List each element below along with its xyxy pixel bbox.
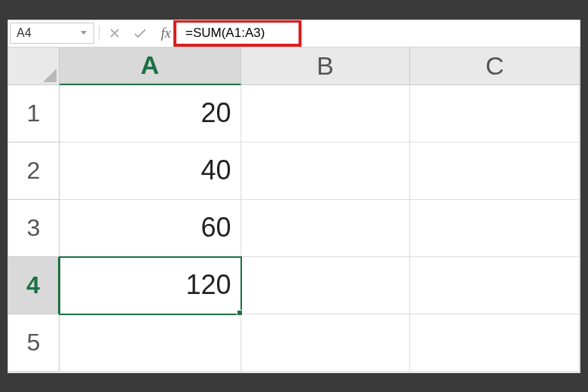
cell-B5[interactable]	[241, 314, 411, 372]
formula-input[interactable]	[181, 23, 578, 44]
cell-A3[interactable]: 60	[60, 200, 241, 257]
cell-C1[interactable]	[410, 85, 580, 142]
enter-button[interactable]	[130, 23, 151, 44]
cells-area: 20 40 60 120	[60, 85, 580, 372]
row-1: 20	[60, 85, 580, 142]
cell-B4[interactable]	[241, 257, 411, 314]
name-box[interactable]: A4	[10, 23, 94, 44]
cell-A2[interactable]: 40	[60, 142, 241, 200]
row-headers: 1 2 3 4 5	[8, 85, 60, 372]
row-4: 120	[60, 257, 580, 314]
cell-A1[interactable]: 20	[60, 85, 241, 142]
row-header-2[interactable]: 2	[8, 142, 60, 200]
row-2: 40	[60, 142, 580, 200]
cell-A5[interactable]	[60, 314, 241, 372]
row-header-5[interactable]: 5	[8, 314, 60, 372]
insert-function-button[interactable]: fx	[155, 23, 176, 44]
column-header-A[interactable]: A	[60, 47, 241, 85]
cell-C3[interactable]	[410, 200, 580, 257]
cell-B3[interactable]	[241, 200, 411, 257]
row-header-3[interactable]: 3	[8, 200, 60, 257]
cell-B2[interactable]	[241, 142, 411, 200]
cell-C5[interactable]	[410, 314, 580, 372]
fx-label: fx	[161, 26, 171, 41]
cell-C2[interactable]	[410, 142, 580, 200]
formula-input-container	[181, 23, 578, 44]
column-headers: A B C	[60, 47, 580, 85]
cell-C4[interactable]	[410, 257, 580, 314]
cancel-button[interactable]	[104, 23, 125, 44]
row-header-1[interactable]: 1	[8, 85, 60, 142]
grid: A B C 1 2 3 4 5 20 40 60	[8, 47, 580, 372]
row-header-4[interactable]: 4	[8, 257, 60, 314]
cell-A4[interactable]: 120	[60, 257, 241, 314]
cell-B1[interactable]	[241, 85, 411, 142]
divider	[99, 26, 100, 41]
row-3: 60	[60, 200, 580, 257]
row-5	[60, 314, 580, 372]
column-header-B[interactable]: B	[241, 47, 411, 85]
select-all-corner[interactable]	[8, 47, 60, 85]
name-box-value: A4	[17, 26, 32, 40]
spreadsheet-window: A4 fx A B C 1 2 3 4	[8, 20, 580, 373]
name-box-dropdown-icon[interactable]	[80, 31, 87, 35]
column-header-C[interactable]: C	[410, 47, 580, 85]
formula-bar: A4 fx	[8, 20, 580, 47]
